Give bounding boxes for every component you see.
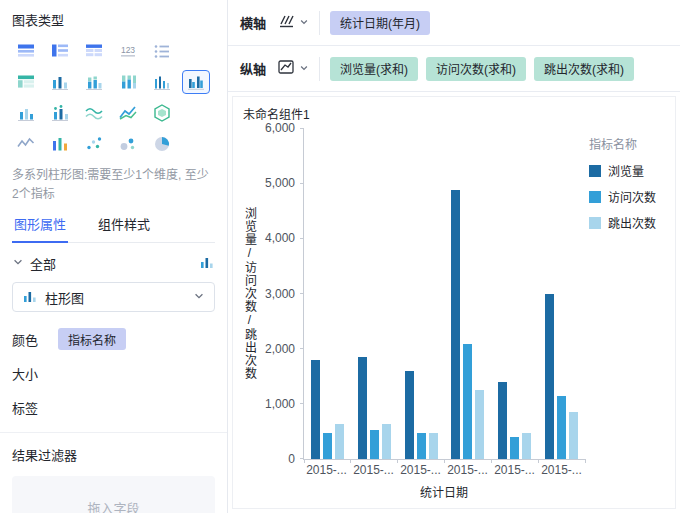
x-tick-mark (304, 459, 305, 463)
chart-type-number-123-icon[interactable]: 123 (114, 39, 142, 63)
y-axis-row: 纵轴 浏览量(求和)访问次数(求和)跳出次数(求和) (228, 46, 680, 92)
chart-style-select[interactable]: 柱形图 (12, 282, 215, 312)
y-axis-field-chip[interactable]: 跳出次数(求和) (534, 57, 634, 81)
x-axis-row-label: 横轴 (240, 13, 266, 32)
chart-type-bar-small-icon[interactable] (12, 101, 40, 125)
y-tick-labels: 01,0002,0003,0004,0005,0006,000 (259, 129, 303, 460)
y-tick-mark (300, 128, 304, 129)
y-tick-label: 3,000 (259, 287, 295, 301)
y-axis-field-chip[interactable]: 浏览量(求和) (330, 57, 418, 81)
chart-bar[interactable] (429, 433, 438, 459)
chart-type-radar-icon[interactable] (148, 101, 176, 125)
chart-bar[interactable] (451, 190, 460, 460)
chart-type-bar-thin-icon[interactable] (148, 70, 176, 94)
chart-type-crosstab-icon[interactable] (12, 70, 40, 94)
y-axis-type-button[interactable] (276, 57, 309, 80)
chart-type-scatter-icon[interactable] (80, 132, 108, 156)
x-tick-mark (538, 459, 539, 463)
legend-item[interactable]: 访问次数 (589, 188, 671, 205)
chart-type-table-detail-icon[interactable] (46, 39, 74, 63)
legend-item[interactable]: 浏览量 (589, 162, 671, 179)
x-tick-mark (350, 459, 351, 463)
chart-style-select-value: 柱形图 (45, 288, 84, 307)
color-field-chip[interactable]: 指标名称 (58, 328, 126, 350)
legend-swatch (589, 217, 601, 229)
label-field-label: 标签 (12, 398, 58, 417)
chart-bar[interactable] (510, 437, 519, 459)
divider (319, 11, 320, 35)
chart-type-bar-multi-icon[interactable] (182, 70, 210, 94)
chart-type-area-wave-icon[interactable] (80, 101, 108, 125)
y-tick-label: 0 (259, 452, 295, 466)
all-section-toggle[interactable]: 全部 (12, 243, 215, 282)
legend-label: 访问次数 (608, 188, 656, 205)
chart-type-table-grid-icon[interactable] (80, 39, 108, 63)
chart-type-bar-icon[interactable] (46, 70, 74, 94)
legend-title: 指标名称 (589, 135, 671, 152)
bar-group (351, 129, 398, 459)
x-axis-row: 横轴 统计日期(年月) (228, 0, 680, 46)
chart-type-table-icon[interactable] (12, 39, 40, 63)
x-axis-field-chip[interactable]: 统计日期(年月) (330, 11, 430, 35)
tab-graphic-properties[interactable]: 图形属性 (12, 205, 68, 242)
y-axis-title-column: 浏览量/访问次数/跳出次数 (241, 129, 259, 502)
bar-group (491, 129, 538, 459)
chart-card: 未命名组件1 指标名称 浏览量访问次数跳出次数 浏览量/访问次数/跳出次数 01… (232, 96, 676, 509)
chart-bar[interactable] (475, 390, 484, 459)
legend-item[interactable]: 跳出次数 (589, 214, 671, 231)
bar-group (398, 129, 445, 459)
x-axis-icon (276, 11, 296, 34)
chart-type-bar-percent-icon[interactable] (114, 70, 142, 94)
y-tick-label: 1,000 (259, 397, 295, 411)
chevron-down-icon (299, 15, 309, 30)
tab-component-style[interactable]: 组件样式 (96, 205, 152, 242)
chart-type-bar-stacked-icon[interactable] (80, 70, 108, 94)
x-tick-mark (397, 459, 398, 463)
drop-field-zone[interactable]: 拖入字段 (12, 476, 215, 513)
y-axis-field-chip[interactable]: 访问次数(求和) (426, 57, 526, 81)
y-axis-row-label: 纵轴 (240, 59, 266, 78)
bar-group (538, 129, 585, 459)
chart-type-trend-icon[interactable] (12, 132, 40, 156)
y-tick-mark (300, 183, 304, 184)
chart-legend: 指标名称 浏览量访问次数跳出次数 (589, 135, 671, 240)
chart-bar[interactable] (463, 344, 472, 460)
chart-bar[interactable] (417, 433, 426, 459)
property-tabs: 图形属性 组件样式 (12, 205, 215, 243)
all-section-label: 全部 (30, 254, 56, 273)
chart-type-bar-color-icon[interactable] (46, 132, 74, 156)
y-tick-label: 5,000 (259, 176, 295, 190)
bar-chart-mini-icon (199, 254, 215, 273)
x-tick-label: 2015-... (538, 463, 585, 477)
chart-main-panel: 横轴 统计日期(年月) 纵轴 (228, 0, 680, 513)
chart-bar[interactable] (498, 382, 507, 459)
chart-bar[interactable] (358, 357, 367, 459)
legend-label: 跳出次数 (608, 214, 656, 231)
chart-bar[interactable] (335, 424, 344, 459)
chart-type-bar-dot-icon[interactable] (46, 101, 74, 125)
app-root: 图表类型 123 多系列柱形图:需要至少1个维度, 至少2个指标 图形属性 组件… (0, 0, 680, 513)
chart-type-grid: 123 (12, 39, 215, 156)
chart-bar[interactable] (370, 430, 379, 459)
chart-bar[interactable] (405, 371, 414, 459)
chart-bar[interactable] (569, 412, 578, 459)
chart-type-row: 123 (12, 39, 215, 63)
chart-type-pie-icon[interactable] (148, 132, 176, 156)
plot-wrap: 01,0002,0003,0004,0005,0006,000 2015-...… (259, 129, 585, 502)
chart-bar[interactable] (323, 433, 332, 459)
chart-bar[interactable] (522, 433, 531, 459)
bar-group (444, 129, 491, 459)
chart-bar[interactable] (382, 424, 391, 459)
label-field-row: 标签 (12, 390, 215, 424)
chart-type-kpi-list-icon[interactable] (148, 39, 176, 63)
chart-bar[interactable] (311, 360, 320, 459)
color-field-label: 颜色 (12, 330, 58, 349)
chart-type-description: 多系列柱形图:需要至少1个维度, 至少2个指标 (12, 166, 215, 203)
chart-type-bubble-icon[interactable] (114, 132, 142, 156)
chart-bar[interactable] (545, 294, 554, 459)
chart-bar[interactable] (557, 396, 566, 459)
x-axis-type-button[interactable] (276, 11, 309, 34)
chart-type-line-icon[interactable] (114, 101, 142, 125)
chevron-down-icon (299, 61, 309, 76)
y-tick-label: 2,000 (259, 342, 295, 356)
